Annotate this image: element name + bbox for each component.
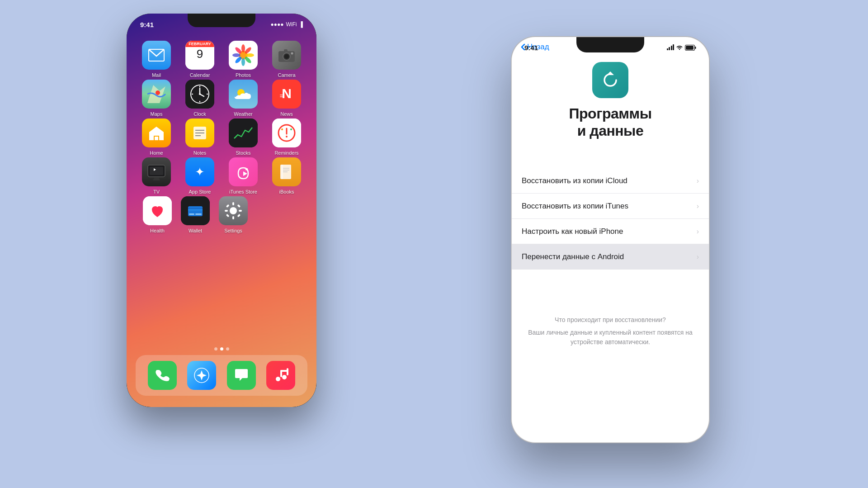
app-photos[interactable]: Photos [225,41,261,78]
app-grid: Mail February 9 Calendar [131,36,312,353]
battery-icon [685,45,696,51]
svg-point-13 [284,54,289,59]
app-wallet[interactable]: Wallet [177,196,213,233]
svg-rect-67 [226,214,230,218]
app-notes-label: Notes [193,150,207,156]
menu-item-icloud-label: Восстановить из копии iCloud [522,176,627,185]
svg-rect-77 [695,47,696,49]
svg-marker-70 [197,370,207,380]
svg-rect-63 [225,210,228,212]
app-tv[interactable]: TV [138,157,175,194]
restore-icon [592,62,628,98]
status-bar-right: 9:41 [524,43,696,52]
dot-2 [220,347,223,351]
scene: 9:41 ●●●● WiFi ▐ [0,0,868,488]
app-stocks[interactable]: Stocks [225,118,261,156]
app-row-3: Home Notes [136,118,307,156]
menu-chevron-new-iphone: › [697,227,699,236]
dock-messages[interactable] [227,361,256,390]
bar-4 [673,44,674,50]
svg-point-15 [291,52,293,55]
svg-rect-45 [150,167,163,175]
svg-rect-64 [239,210,242,212]
menu-item-itunes[interactable]: Восстановить из копии iTunes › [512,194,709,219]
app-health[interactable]: Health [139,196,175,233]
dock-music[interactable] [266,361,295,390]
svg-rect-59 [195,213,202,215]
info-section: Что происходит при восстановлении? Ваши … [512,306,709,347]
app-settings[interactable]: Settings [215,196,251,233]
app-home[interactable]: Home [138,118,175,156]
app-row-1: Mail February 9 Calendar [136,41,307,78]
dock-phone[interactable] [148,361,177,390]
app-itunes[interactable]: iTunes Store [225,157,261,194]
dot-1 [214,347,217,351]
notch-left [188,14,255,27]
status-time-left: 9:41 [140,21,154,28]
signal-icon: ●●●● [270,21,283,28]
app-news[interactable]: N News [269,80,305,117]
svg-rect-61 [232,202,234,205]
menu-item-android-label: Перенести данные с Android [522,252,624,261]
svg-point-5 [246,53,254,57]
app-maps-label: Maps [151,111,163,117]
svg-rect-58 [189,213,194,215]
svg-rect-33 [155,137,158,140]
app-camera[interactable]: Camera [269,41,305,78]
wifi-icon [676,45,683,50]
wifi-icon: WiFi [286,21,297,28]
info-title: Что происходит при восстановлении? [522,316,699,323]
svg-point-60 [230,207,237,214]
app-itunes-label: iTunes Store [229,189,257,194]
svg-marker-79 [607,71,614,75]
page-dots [127,347,316,351]
page-title-section: Программы и данные [512,105,709,140]
app-health-label: Health [150,228,165,233]
app-ibooks-label: iBooks [279,189,294,194]
app-weather-label: Weather [234,111,252,117]
bar-2 [669,47,670,50]
app-calendar-label: Calendar [190,72,210,78]
app-weather[interactable]: Weather [225,80,261,117]
dock-safari[interactable] [187,361,216,390]
app-maps[interactable]: Maps [138,80,175,117]
app-ibooks[interactable]: iBooks [269,157,305,194]
app-row-2: Maps [136,80,307,117]
menu-chevron-itunes: › [697,202,699,210]
app-calendar[interactable]: February 9 Calendar [182,41,218,78]
title-line1: Программы [569,105,652,122]
menu-list: Восстановить из копии iCloud › Восстанов… [512,168,709,270]
svg-point-42 [281,128,283,130]
app-photos-label: Photos [236,72,251,78]
restore-icon-section [512,62,709,98]
app-notes[interactable]: Notes [182,118,218,156]
app-tv-label: TV [153,189,160,194]
svg-rect-31 [280,95,284,95]
app-clock[interactable]: Clock [182,80,218,117]
bar-1 [667,48,668,50]
svg-point-71 [276,377,280,381]
app-appstore[interactable]: ✦ App Store [182,157,218,194]
iphone-left: 9:41 ●●●● WiFi ▐ [127,14,316,407]
app-reminders[interactable]: Reminders [269,118,305,156]
app-home-label: Home [150,150,163,156]
svg-rect-78 [686,46,693,50]
menu-item-new-iphone[interactable]: Настроить как новый iPhone › [512,219,709,244]
bar-3 [671,46,672,50]
app-mail[interactable]: Mail [138,41,175,78]
title-line2: и данные [577,123,643,139]
svg-rect-14 [284,49,288,52]
menu-item-android[interactable]: Перенести данные с Android › [512,244,709,270]
svg-point-72 [282,375,287,379]
svg-rect-51 [281,165,283,179]
svg-rect-75 [280,370,288,372]
app-news-label: News [280,111,293,117]
menu-chevron-icloud: › [697,177,699,185]
svg-text:✦: ✦ [195,165,205,179]
svg-rect-66 [237,204,241,208]
app-camera-label: Camera [278,72,295,78]
svg-point-41 [286,136,288,137]
app-clock-label: Clock [193,111,206,117]
menu-item-icloud[interactable]: Восстановить из копии iCloud › [512,168,709,194]
svg-rect-68 [237,214,241,218]
